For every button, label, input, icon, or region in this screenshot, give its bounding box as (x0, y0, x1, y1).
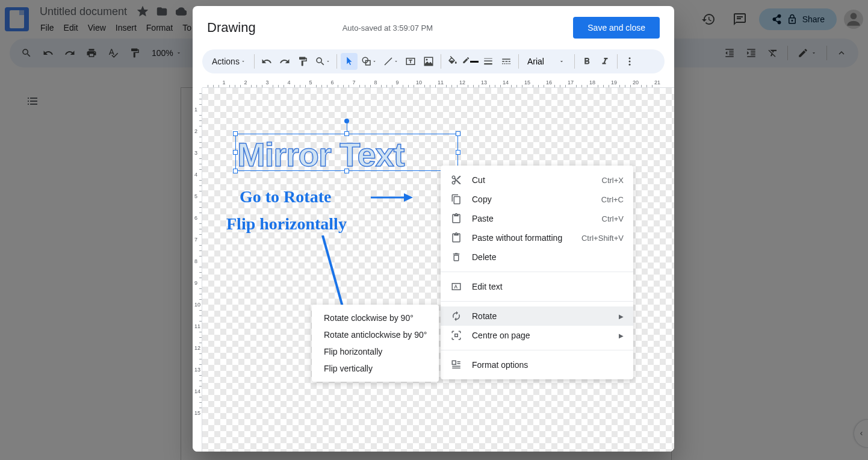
svg-point-19 (628, 61, 630, 63)
italic-icon[interactable] (597, 53, 613, 70)
format-icon (450, 359, 462, 371)
svg-rect-8 (484, 63, 492, 64)
svg-rect-17 (509, 63, 510, 64)
submenu-rotate-anticlockwise-by-90-[interactable]: Rotate anticlockwise by 90° (312, 326, 439, 343)
textbox-tool-icon[interactable] (402, 53, 419, 70)
ctx-label: Centre on page (472, 331, 609, 340)
svg-line-23 (323, 235, 344, 311)
submenu-label: Flip vertically (324, 364, 427, 373)
submenu-flip-horizontally[interactable]: Flip horizontally (312, 343, 439, 360)
autosave-status: Auto-saved at 3:59:07 PM (270, 23, 559, 33)
svg-rect-16 (507, 63, 509, 64)
more-options-icon[interactable] (621, 53, 638, 70)
svg-line-2 (385, 58, 392, 65)
redo-icon[interactable] (276, 53, 293, 70)
ruler-vertical: 123456789101112131415 (193, 88, 202, 452)
copy-icon (450, 193, 462, 205)
resize-handle[interactable] (233, 150, 238, 155)
paint-format-icon[interactable] (294, 53, 311, 70)
resize-handle[interactable] (233, 131, 238, 136)
ctx-paste-without-formatting[interactable]: Paste without formattingCtrl+Shift+V (441, 228, 633, 247)
image-tool-icon[interactable] (420, 53, 437, 70)
svg-rect-11 (505, 61, 507, 62)
annotation-text-1: Go to Rotate (240, 187, 331, 207)
svg-rect-27 (455, 334, 458, 337)
line-tool-icon[interactable] (380, 53, 401, 70)
save-and-close-button[interactable]: Save and close (573, 17, 660, 39)
svg-rect-10 (502, 61, 504, 62)
svg-rect-14 (504, 63, 505, 64)
fill-color-icon[interactable] (445, 53, 460, 70)
ctx-label: Cut (472, 175, 592, 185)
resize-handle[interactable] (233, 169, 238, 173)
submenu-rotate-clockwise-by-90-[interactable]: Rotate clockwise by 90° (312, 309, 439, 326)
ctx-shortcut: Ctrl+Shift+V (581, 234, 624, 243)
ctx-centre-on-page[interactable]: Centre on page▶ (441, 326, 633, 345)
submenu-label: Rotate clockwise by 90° (324, 313, 427, 323)
ctx-label: Edit text (472, 282, 624, 291)
paste-icon (450, 213, 462, 225)
cut-icon (450, 174, 462, 186)
edit-text-icon: A (450, 281, 462, 293)
rotate-submenu: Rotate clockwise by 90°Rotate anticlockw… (312, 305, 439, 382)
submenu-arrow-icon: ▶ (619, 313, 624, 320)
annotation-arrow-icon (371, 191, 413, 204)
actions-dropdown[interactable]: Actions (207, 54, 250, 69)
border-dash-icon[interactable] (498, 53, 515, 70)
ctx-label: Delete (472, 252, 624, 262)
ctx-label: Rotate (472, 311, 609, 321)
ctx-paste[interactable]: PasteCtrl+V (441, 209, 633, 228)
selection-box[interactable] (235, 134, 458, 171)
drawing-toolbar: Actions Arial (202, 49, 665, 73)
svg-point-18 (628, 57, 630, 59)
ctx-rotate[interactable]: Rotate▶ (441, 306, 633, 326)
ctx-format-options[interactable]: Format options (441, 355, 633, 375)
context-menu: CutCtrl+XCopyCtrl+CPasteCtrl+VPaste with… (441, 166, 633, 379)
resize-handle[interactable] (344, 131, 349, 136)
submenu-flip-vertically[interactable]: Flip vertically (312, 360, 439, 377)
svg-marker-22 (404, 193, 413, 202)
svg-text:A: A (454, 284, 457, 290)
svg-rect-13 (502, 63, 503, 64)
shape-tool-icon[interactable] (359, 53, 379, 70)
ruler-horizontal: 123456789101112131415161718192021 (202, 78, 674, 88)
svg-rect-6 (484, 58, 492, 59)
ctx-label: Copy (472, 194, 592, 204)
resize-handle[interactable] (344, 169, 349, 173)
zoom-dropdown[interactable] (312, 53, 333, 70)
border-color-icon[interactable] (462, 53, 479, 70)
submenu-label: Flip horizontally (324, 347, 427, 356)
border-weight-icon[interactable] (480, 53, 497, 70)
delete-icon (450, 251, 462, 263)
svg-rect-12 (509, 61, 510, 62)
submenu-arrow-icon: ▶ (619, 332, 624, 339)
ctx-shortcut: Ctrl+X (602, 176, 624, 185)
ctx-copy[interactable]: CopyCtrl+C (441, 190, 633, 209)
resize-handle[interactable] (456, 150, 460, 155)
annotation-text-2: Flip horizontally (226, 214, 347, 234)
svg-rect-28 (452, 361, 456, 364)
resize-handle[interactable] (456, 131, 460, 136)
ctx-shortcut: Ctrl+C (601, 195, 624, 204)
bold-icon[interactable] (578, 53, 595, 70)
svg-rect-9 (502, 59, 510, 60)
rotate-icon (450, 310, 462, 322)
undo-icon[interactable] (258, 53, 275, 70)
ctx-label: Format options (472, 360, 624, 370)
ctx-label: Paste (472, 214, 592, 223)
svg-rect-7 (484, 61, 492, 62)
paste-icon (450, 232, 462, 244)
dialog-title: Drawing (207, 20, 256, 36)
ctx-cut[interactable]: CutCtrl+X (441, 170, 633, 190)
rotate-handle[interactable] (344, 119, 349, 123)
svg-point-20 (628, 64, 630, 66)
svg-point-5 (426, 59, 427, 61)
ctx-shortcut: Ctrl+V (602, 214, 624, 223)
ctx-edit-text[interactable]: AEdit text (441, 277, 633, 296)
ctx-delete[interactable]: Delete (441, 247, 633, 267)
font-family-select[interactable]: Arial (522, 54, 571, 69)
select-tool-icon[interactable] (341, 53, 358, 70)
svg-rect-15 (506, 63, 507, 64)
submenu-label: Rotate anticlockwise by 90° (324, 330, 427, 340)
center-icon (450, 329, 462, 341)
